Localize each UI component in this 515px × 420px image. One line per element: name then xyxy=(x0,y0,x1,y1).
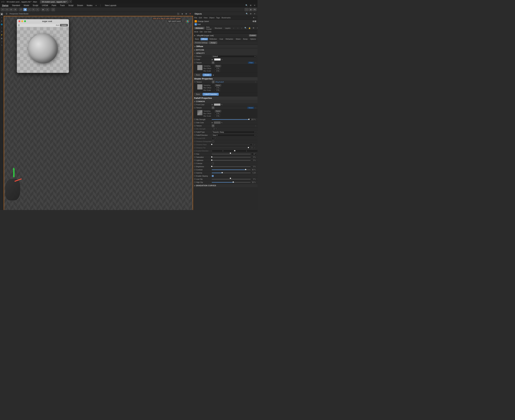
traffic-light-green[interactable] xyxy=(24,20,26,22)
obj-view-menu[interactable]: View xyxy=(204,17,208,19)
sidebar-camera-icon[interactable]: ✎ xyxy=(0,44,3,47)
menu-uvedit[interactable]: UVEdit xyxy=(41,4,49,7)
menu-startup[interactable]: Startup xyxy=(1,4,9,7)
explicit-dir-input-0[interactable] xyxy=(212,150,234,152)
bright-value[interactable]: 0 % xyxy=(251,165,256,168)
gradation-header[interactable]: ▶ GRADATION CURVES xyxy=(193,184,257,187)
sat-slider[interactable] xyxy=(212,157,251,158)
basic-sub-tab[interactable]: Basic xyxy=(194,74,202,76)
dist-near-diamond[interactable] xyxy=(194,143,196,145)
dist-near-thumb[interactable] xyxy=(211,144,212,145)
sat-diamond[interactable] xyxy=(194,156,196,158)
new-btn[interactable]: ⊕ xyxy=(9,8,13,11)
mix-strength-slider[interactable] xyxy=(212,119,249,120)
sidebar-attr-icon[interactable]: ≡ xyxy=(0,16,3,19)
texture-arrow-btn[interactable]: ▼ xyxy=(212,61,214,64)
layout-icon[interactable]: ⊞ xyxy=(249,4,252,7)
blur-offset-value[interactable]: 0 % xyxy=(215,68,220,70)
undo-btn[interactable]: ↩ xyxy=(1,8,5,11)
explicit-dir-thumb[interactable] xyxy=(234,150,235,151)
side-tex-more[interactable]: ⋮ xyxy=(255,125,256,127)
mat-tab-diffuse[interactable]: Diffuse xyxy=(201,38,208,40)
render-btn[interactable]: ▶ xyxy=(41,8,45,11)
select-btn[interactable]: ▣ xyxy=(23,8,27,11)
light-diamond[interactable] xyxy=(194,159,196,161)
sidebar-layer-icon[interactable]: ⚡ xyxy=(0,33,3,36)
mat-tab-coat[interactable]: Coat xyxy=(218,38,224,40)
falloff-dir-dropdown[interactable]: View Y ▼ xyxy=(212,134,256,136)
dist-far-diamond[interactable] xyxy=(194,147,196,149)
obj-icon2[interactable]: ⋮ xyxy=(255,17,256,18)
falloff-type-dropdown[interactable]: Towards / Away ▼ xyxy=(212,131,256,133)
high-clip-thumb[interactable] xyxy=(232,181,234,183)
source-diamond[interactable] xyxy=(194,55,196,57)
obj-render-dot[interactable] xyxy=(254,21,256,22)
bright-slider[interactable] xyxy=(212,166,251,167)
user-data-btn[interactable]: User Data xyxy=(204,31,211,33)
explicit-dir-diamond[interactable] xyxy=(194,150,196,152)
new-tab-button[interactable]: + xyxy=(69,0,72,3)
menu-standard[interactable]: Standard xyxy=(11,4,21,7)
attr-close-icon[interactable]: ✕ xyxy=(256,27,257,30)
common-section[interactable]: ▶ COMMON xyxy=(193,100,257,103)
shader-blur-offset-val[interactable]: 0 % xyxy=(215,87,220,89)
hue-slider[interactable] xyxy=(212,154,251,154)
high-clip-slider[interactable] xyxy=(212,182,250,183)
side-color-diamond[interactable] xyxy=(194,122,196,123)
vp-shading-icon[interactable]: ◈ xyxy=(180,12,184,15)
obj-tags-menu[interactable]: Tags xyxy=(216,17,220,19)
hue-value[interactable]: 0 ° xyxy=(251,153,256,155)
hue-diamond[interactable] xyxy=(194,153,196,155)
attr-back-icon[interactable]: ← xyxy=(232,27,235,30)
dist-far-thumb[interactable] xyxy=(248,147,249,148)
modal-update-button[interactable]: Update xyxy=(60,24,68,26)
attr-up-icon[interactable]: ↑ xyxy=(240,27,243,30)
attr-settings-icon[interactable]: ⚙ xyxy=(252,27,255,30)
fresnel-diamond[interactable] xyxy=(194,137,196,139)
shading-btn[interactable]: ◑ xyxy=(249,8,252,11)
gamma-diamond[interactable] xyxy=(194,172,196,174)
menu-track[interactable]: Track xyxy=(59,4,65,7)
display-btn[interactable]: ⬛ xyxy=(245,8,248,11)
attr-search-icon[interactable]: 🔍 xyxy=(244,27,247,30)
low-clip-diamond[interactable] xyxy=(194,178,196,180)
objects-close-icon[interactable]: ✕ xyxy=(253,12,256,15)
falloff-tex-diamond[interactable] xyxy=(194,107,196,109)
shader-tex-more[interactable]: ⋮ xyxy=(255,81,256,83)
diffuse-section-header[interactable]: ▶ Diffuse xyxy=(193,45,257,48)
new-layout-btn[interactable]: New Layouts xyxy=(104,4,117,7)
light-slider[interactable] xyxy=(212,160,251,161)
shader-sub-tab[interactable]: Shader xyxy=(202,74,211,76)
color-diamond[interactable] xyxy=(194,59,196,60)
falloff-tex-more[interactable]: ⋮ xyxy=(255,107,256,109)
attr-fwd-icon[interactable]: → xyxy=(236,27,239,30)
noise-badge[interactable]: Noise xyxy=(247,107,254,109)
mode-btn[interactable]: Mode xyxy=(194,31,198,33)
tab-attributes[interactable]: Attributes xyxy=(194,27,204,30)
color-edit-icon[interactable]: ✎ xyxy=(221,59,223,60)
properties-content[interactable]: ▶ Diffuse ▶ DIFFUSE ▼ OPACITY Source Def… xyxy=(193,45,257,210)
mat-tab-basic[interactable]: Basic xyxy=(194,38,200,40)
rotate-btn[interactable]: ↻ xyxy=(31,8,35,11)
menu-nodes[interactable]: Nodes xyxy=(86,4,93,7)
move-btn[interactable]: ↔ xyxy=(27,8,31,11)
mat-tab-sheen[interactable]: Sheen xyxy=(235,38,242,40)
grid-btn[interactable]: # xyxy=(19,8,23,11)
sampling-none-badge[interactable]: None xyxy=(215,65,221,67)
texture-more-icon[interactable]: ⋮ xyxy=(255,62,256,64)
close-icon[interactable]: ✕ xyxy=(253,4,256,7)
sat-thumb[interactable] xyxy=(211,156,212,158)
obj-icon1[interactable]: ⊕ xyxy=(253,17,254,18)
vp-close-icon[interactable]: ✕ xyxy=(188,12,192,15)
menu-paint[interactable]: Paint xyxy=(51,4,57,7)
obj-edit-menu[interactable]: Edit xyxy=(199,17,202,19)
noise-sampling-badge[interactable]: None xyxy=(215,110,221,112)
mix-strength-diamond[interactable] xyxy=(194,119,196,120)
clipping-checkbox[interactable] xyxy=(212,175,214,177)
sidebar-anim-icon[interactable]: ⟩ xyxy=(0,26,3,30)
basic-sub-tab-2[interactable]: Basic xyxy=(194,93,202,96)
hue-thumb[interactable] xyxy=(230,152,231,154)
contrast-slider[interactable] xyxy=(212,170,250,170)
bright-thumb[interactable] xyxy=(211,166,212,167)
source-dropdown[interactable]: Default ▼ xyxy=(212,55,256,58)
